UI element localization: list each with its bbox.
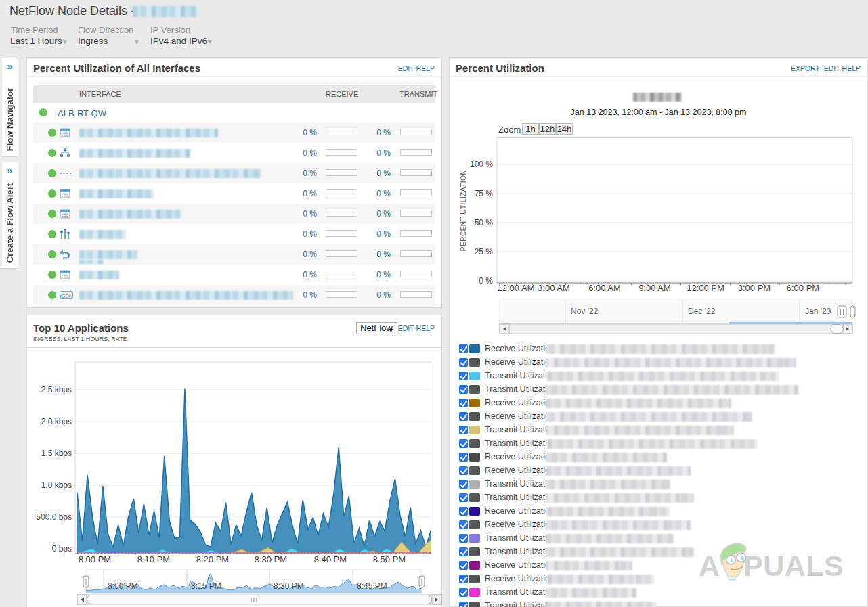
svg-text:8:00 PM: 8:00 PM	[108, 581, 138, 591]
svg-text:6:00 PM: 6:00 PM	[787, 283, 819, 293]
svg-text:50 %: 50 %	[475, 218, 494, 227]
svg-text:2.5 kbps: 2.5 kbps	[41, 385, 72, 395]
svg-text:3:00 AM: 3:00 AM	[538, 283, 570, 293]
svg-text:1.0 kbps: 1.0 kbps	[41, 480, 72, 490]
svg-text:0 %: 0 %	[479, 276, 493, 286]
svg-text:Jan '23: Jan '23	[805, 307, 831, 316]
svg-text:6:00 AM: 6:00 AM	[588, 283, 621, 293]
svg-text:0 bps: 0 bps	[52, 544, 72, 554]
svg-text:8:50 PM: 8:50 PM	[373, 554, 406, 564]
svg-text:8:15 PM: 8:15 PM	[191, 581, 221, 591]
svg-text:9:00 AM: 9:00 AM	[638, 283, 671, 293]
svg-text:8:20 PM: 8:20 PM	[196, 554, 229, 564]
svg-text:75 %: 75 %	[475, 189, 494, 198]
svg-text:8:40 PM: 8:40 PM	[314, 554, 347, 564]
svg-text:100 %: 100 %	[470, 160, 493, 169]
svg-text:PUALS: PUALS	[743, 549, 844, 582]
svg-text:8:00 PM: 8:00 PM	[79, 554, 111, 564]
svg-text:8:45 PM: 8:45 PM	[357, 581, 387, 591]
svg-text:500.0 bps: 500.0 bps	[36, 512, 72, 522]
svg-text:1.5 kbps: 1.5 kbps	[41, 449, 72, 458]
svg-text:Nov '22: Nov '22	[571, 307, 599, 316]
svg-text:3:00 PM: 3:00 PM	[738, 283, 771, 293]
svg-text:12:00 PM: 12:00 PM	[687, 283, 724, 293]
svg-text:A: A	[699, 549, 720, 582]
svg-text:8:10 PM: 8:10 PM	[137, 554, 170, 564]
svg-text:25 %: 25 %	[475, 247, 494, 256]
svg-text:12:00 AM: 12:00 AM	[498, 283, 535, 293]
svg-text:8:30 PM: 8:30 PM	[255, 554, 287, 564]
svg-text:ISDN: ISDN	[60, 293, 72, 299]
svg-text:PERCENT UTILIZATION: PERCENT UTILIZATION	[460, 170, 467, 251]
svg-text:Dec '22: Dec '22	[688, 307, 716, 316]
svg-text:8:30 PM: 8:30 PM	[274, 581, 304, 591]
svg-text:2.0 kbps: 2.0 kbps	[41, 417, 72, 426]
